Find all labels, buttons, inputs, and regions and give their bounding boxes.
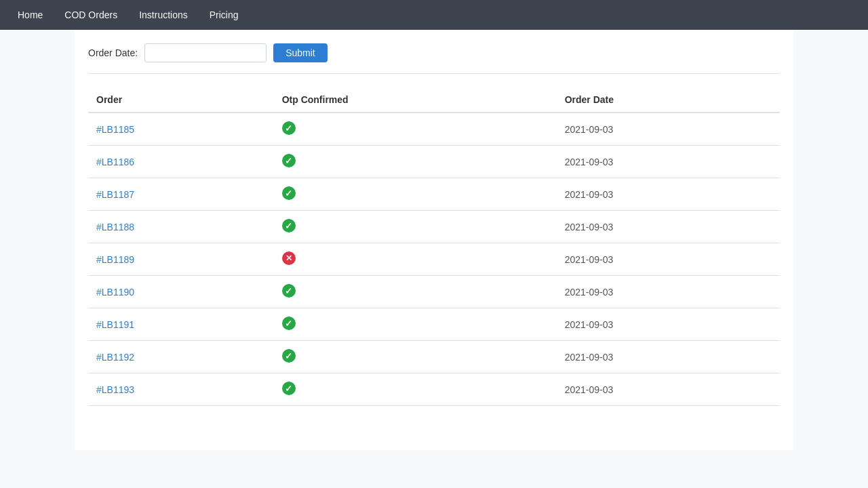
nav-link-pricing[interactable]: Pricing [205, 7, 243, 23]
order-link[interactable]: #LB1192 [96, 352, 134, 363]
otp-confirmed-icon [282, 349, 296, 363]
order-link[interactable]: #LB1189 [96, 254, 134, 265]
otp-confirmed-icon [282, 382, 296, 395]
table-row: #LB11892021-09-03 [88, 243, 780, 276]
otp-confirmed-icon [282, 284, 296, 298]
col-order: Order [88, 87, 274, 113]
order-date-cell: 2021-09-03 [557, 276, 780, 308]
submit-button[interactable]: Submit [273, 43, 328, 62]
otp-confirmed-icon [282, 186, 296, 200]
order-link[interactable]: #LB1185 [96, 124, 134, 135]
order-link[interactable]: #LB1190 [96, 287, 134, 298]
order-link[interactable]: #LB1191 [96, 319, 134, 330]
otp-confirmed-icon [282, 154, 296, 167]
order-link[interactable]: #LB1187 [96, 189, 134, 200]
order-date-cell: 2021-09-03 [557, 113, 780, 146]
order-date-cell: 2021-09-03 [557, 308, 780, 341]
nav-link-instructions[interactable]: Instructions [135, 7, 192, 23]
orders-table: Order Otp Confirmed Order Date #LB118520… [88, 87, 780, 406]
filter-row: Order Date: Submit [88, 43, 780, 74]
col-date: Order Date [557, 87, 780, 113]
order-link[interactable]: #LB1186 [96, 157, 134, 167]
order-date-cell: 2021-09-03 [557, 211, 780, 243]
order-date-cell: 2021-09-03 [557, 243, 780, 276]
nav-link-cod-orders[interactable]: COD Orders [60, 7, 121, 23]
main-content: Order Date: Submit Order Otp Confirmed O… [75, 30, 793, 450]
order-date-cell: 2021-09-03 [557, 341, 780, 373]
nav-link-home[interactable]: Home [14, 7, 47, 23]
navbar: HomeCOD OrdersInstructionsPricing [0, 0, 868, 30]
col-otp: Otp Confirmed [274, 87, 557, 113]
table-row: #LB11902021-09-03 [88, 276, 780, 308]
otp-confirmed-icon [282, 219, 296, 232]
order-link[interactable]: #LB1188 [96, 222, 134, 232]
otp-rejected-icon [282, 251, 296, 265]
order-date-cell: 2021-09-03 [557, 146, 780, 178]
otp-confirmed-icon [282, 121, 296, 135]
table-row: #LB11872021-09-03 [88, 178, 780, 211]
table-row: #LB11922021-09-03 [88, 341, 780, 373]
order-date-cell: 2021-09-03 [557, 373, 780, 406]
otp-confirmed-icon [282, 317, 296, 330]
order-date-input[interactable] [144, 43, 267, 62]
table-header: Order Otp Confirmed Order Date [88, 87, 780, 113]
table-row: #LB11862021-09-03 [88, 146, 780, 178]
table-row: #LB11882021-09-03 [88, 211, 780, 243]
table-row: #LB11852021-09-03 [88, 113, 780, 146]
order-date-cell: 2021-09-03 [557, 178, 780, 211]
table-row: #LB11932021-09-03 [88, 373, 780, 406]
order-link[interactable]: #LB1193 [96, 384, 134, 395]
table-row: #LB11912021-09-03 [88, 308, 780, 341]
table-body: #LB11852021-09-03#LB11862021-09-03#LB118… [88, 113, 780, 406]
order-date-label: Order Date: [88, 47, 138, 58]
